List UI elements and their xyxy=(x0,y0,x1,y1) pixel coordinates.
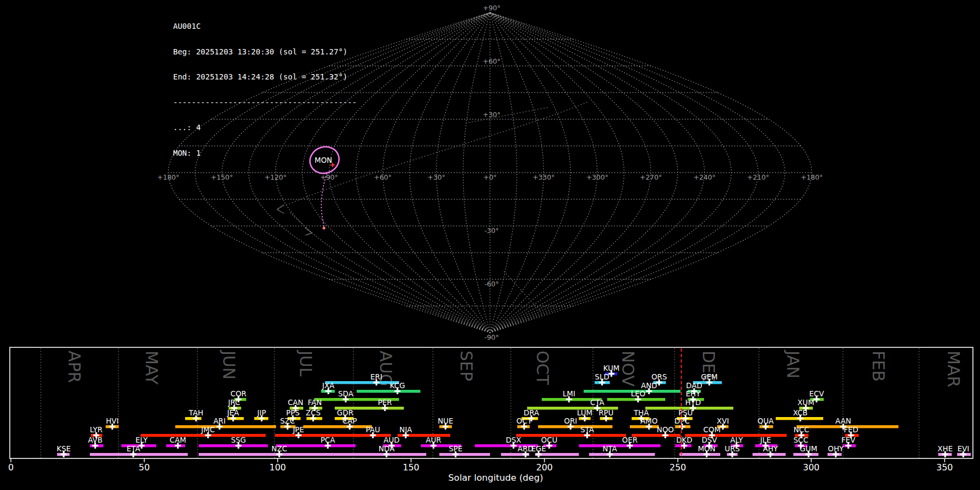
mon-meteor-trail xyxy=(321,174,327,226)
x-tick-label-250: 250 xyxy=(670,462,687,473)
shower-label-PAU: PAU xyxy=(366,425,380,434)
shower-label-STA: STA xyxy=(580,425,595,434)
shower-bar-KCG xyxy=(357,390,420,393)
shower-label-JPE: JPE xyxy=(292,425,304,434)
shower-bar-JMC xyxy=(140,434,266,437)
screenshot-root: AU001C Beg: 20251203 13:20:30 (sol = 251… xyxy=(0,0,980,490)
shower-bar-EGE xyxy=(535,453,579,456)
shower-label-OHY: OHY xyxy=(828,444,844,453)
shower-label-LEO: LEO xyxy=(631,389,646,398)
shower-label-ETA: ETA xyxy=(126,444,140,453)
shower-label-JLE: JLE xyxy=(759,436,771,444)
shower-label-AAN: AAN xyxy=(835,416,851,425)
shower-label-ALY: ALY xyxy=(730,436,743,444)
sky-map-and-activity-plot: +90°+60°+30°-30°-60°-90°+180°+150°+120°+… xyxy=(0,0,980,490)
shower-label-FEV: FEV xyxy=(841,436,855,444)
shower-label-SDA: SDA xyxy=(338,389,354,398)
shower-bar-JPE xyxy=(275,434,360,437)
shower-label-ZCS: ZCS xyxy=(306,408,321,417)
shower-bar-STA xyxy=(516,434,626,437)
shower-label-URS: URS xyxy=(725,444,740,453)
shower-label-FED: FED xyxy=(844,425,859,434)
shower-label-DKD: DKD xyxy=(676,436,693,444)
map-lat-label--30: -30° xyxy=(485,226,499,235)
shower-label-GDR: GDR xyxy=(337,408,353,417)
map-meridian--75 xyxy=(356,13,490,333)
shower-label-GUM: GUM xyxy=(800,444,817,453)
shower-label-ORI: ORI xyxy=(564,416,577,425)
month-label-SEP: SEP xyxy=(457,351,476,381)
map-meridian--60 xyxy=(383,13,490,333)
shower-label-XVI: XVI xyxy=(717,416,729,425)
shower-label-SSG: SSG xyxy=(231,436,246,444)
map-lon-label-90: +90° xyxy=(320,173,338,181)
shower-label-THA: THA xyxy=(633,408,649,417)
shower-bar-ORI xyxy=(538,425,612,428)
shower-bar-MON xyxy=(679,453,720,456)
shower-label-OCU: OCU xyxy=(541,436,558,444)
x-tick-label-0: 0 xyxy=(8,462,14,473)
shower-label-LMI: LMI xyxy=(563,389,575,398)
shower-label-LUM: LUM xyxy=(577,408,592,417)
map-meridian-165 xyxy=(490,13,785,333)
map-meridian-105 xyxy=(490,13,678,333)
shower-label-PCA: PCA xyxy=(321,436,336,444)
shower-bar-NTA xyxy=(589,453,655,456)
map-lon-label--150: +210° xyxy=(747,173,769,181)
shower-label-PSU: PSU xyxy=(678,408,693,417)
shower-label-NZC: NZC xyxy=(272,444,287,453)
map-lat-label--60: -60° xyxy=(485,280,499,288)
map-lon-label--60: +300° xyxy=(586,173,609,181)
sporadic-count: ...: 4 xyxy=(173,124,357,132)
shower-label-KSE: KSE xyxy=(57,444,71,453)
shower-label-XUM: XUM xyxy=(798,398,814,407)
map-lon-label-150: +150° xyxy=(211,173,233,181)
shower-label-HVI: HVI xyxy=(106,416,119,425)
shower-label-DPC: DPC xyxy=(675,416,690,425)
shower-bar-NZC xyxy=(199,453,334,456)
x-axis-title: Solar longitude (deg) xyxy=(448,473,543,483)
month-label-APR: APR xyxy=(65,351,84,383)
shower-label-CAN: CAN xyxy=(287,398,303,407)
activity-chart: APRMAYJUNJULAUGSEPOCTNOVDECJANFEBMARKUME… xyxy=(8,347,973,483)
shower-label-ECV: ECV xyxy=(809,389,824,398)
map-lon-label--30: +330° xyxy=(532,173,555,181)
shower-label-EGE: EGE xyxy=(531,444,546,453)
shower-label-JEA: JEA xyxy=(226,408,240,417)
shower-label-KUM: KUM xyxy=(603,364,620,372)
shower-label-SPE: SPE xyxy=(449,444,462,453)
map-lat-label--90: -90° xyxy=(485,333,499,341)
shower-label-COM: COM xyxy=(703,425,721,434)
shower-label-JRC: JRC xyxy=(228,398,240,407)
shower-label-DSV: DSV xyxy=(702,436,718,444)
shower-label-QUA: QUA xyxy=(757,416,774,425)
shower-bar-ARI xyxy=(175,425,276,428)
shower-label-SLD: SLD xyxy=(595,372,610,381)
x-tick-label-350: 350 xyxy=(936,462,953,473)
shower-label-XCB: XCB xyxy=(793,408,807,417)
shower-label-NIA: NIA xyxy=(400,425,413,434)
shower-label-SZC: SZC xyxy=(280,416,295,425)
shower-label-EHY: EHY xyxy=(685,389,701,398)
shower-label-JXA: JXA xyxy=(322,381,335,390)
month-label-FEB: FEB xyxy=(869,351,888,382)
shower-bar-SSG xyxy=(199,444,268,447)
sporadic-trail-3 xyxy=(504,272,541,311)
shower-label-AUD: AUD xyxy=(383,436,400,444)
shower-label-RPU: RPU xyxy=(598,408,613,417)
shower-label-NCC: NCC xyxy=(793,425,809,434)
shower-label-NUE: NUE xyxy=(438,416,454,425)
map-lat-label-60: +60° xyxy=(483,57,501,65)
mon-count: MON: 1 xyxy=(173,149,357,158)
month-label-JUL: JUL xyxy=(296,350,315,377)
map-lon-label-120: +120° xyxy=(265,173,287,181)
shower-label-AND: AND xyxy=(641,381,657,390)
shower-label-NOO: NOO xyxy=(657,425,673,434)
shower-bar-CAP xyxy=(303,425,372,428)
shower-bar-PCA xyxy=(276,444,356,447)
map-lat-label-30: +30° xyxy=(483,111,501,119)
shower-label-MON: MON xyxy=(698,444,715,453)
end-time-line: End: 20251203 14:24:28 (sol = 251.32°) xyxy=(173,73,357,82)
shower-label-FAN: FAN xyxy=(308,398,322,407)
observation-info-block: AU001C Beg: 20251203 13:20:30 (sol = 251… xyxy=(173,5,357,174)
